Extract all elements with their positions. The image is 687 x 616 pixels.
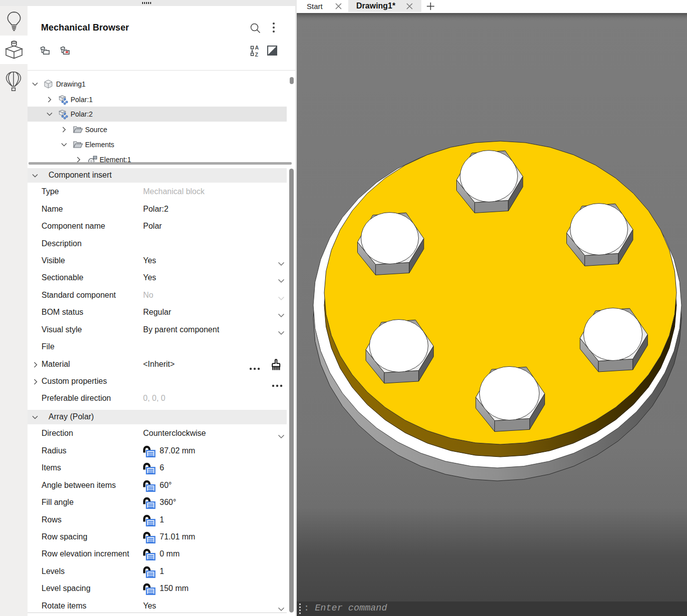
- svg-text:Z: Z: [255, 52, 259, 57]
- svg-text:A: A: [255, 45, 259, 51]
